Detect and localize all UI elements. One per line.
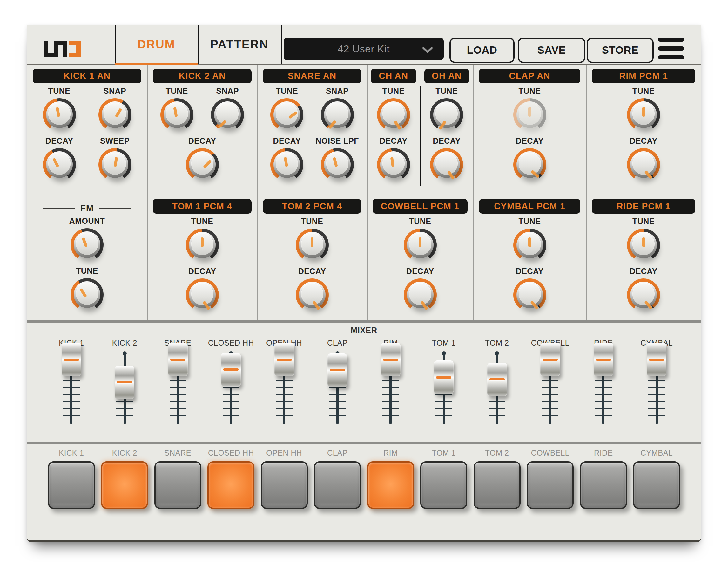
snap-knob[interactable] — [98, 98, 131, 131]
tab-pattern[interactable]: PATTERN — [198, 25, 281, 64]
tab-drum[interactable]: DRUM — [115, 25, 198, 64]
knob-face — [76, 283, 98, 305]
tune-knob[interactable] — [186, 228, 219, 261]
fader-cap-marker — [383, 359, 398, 361]
decay-knob[interactable] — [43, 148, 76, 181]
open-hh-fader-cap[interactable] — [274, 343, 294, 376]
closed-hh-fader-cap[interactable] — [221, 353, 241, 387]
mixer-channel-kick-1: KICK 1 — [45, 339, 98, 428]
load-button[interactable]: LOAD — [449, 37, 515, 63]
pad-kick-2[interactable] — [101, 461, 148, 509]
knob-pointer-icon — [333, 157, 338, 167]
pad-open-hh[interactable] — [261, 461, 308, 509]
pad-cymbal[interactable] — [633, 461, 680, 509]
clap-fader-cap[interactable] — [327, 354, 347, 387]
tom-1-fader-cap[interactable] — [434, 361, 454, 394]
fader-tick — [648, 381, 665, 382]
fader-cap-marker — [64, 359, 79, 361]
fader-tick — [382, 395, 399, 396]
knob-label: TUNE — [632, 86, 655, 96]
knob-label: SNAP — [216, 86, 239, 96]
kick-2-fader-cap[interactable] — [115, 366, 134, 399]
tune-knob[interactable] — [71, 278, 104, 311]
knob-cell-tune: TUNE — [262, 217, 362, 261]
decay-knob[interactable] — [377, 148, 410, 181]
snap-knob[interactable] — [321, 98, 354, 131]
pad-clap[interactable] — [314, 461, 361, 509]
section-header: CLAP AN — [479, 69, 580, 83]
pad-tom-2[interactable] — [474, 461, 521, 509]
tune-knob[interactable] — [627, 98, 660, 131]
tune-knob[interactable] — [43, 98, 76, 131]
knob-body — [516, 232, 543, 258]
pad-label: RIDE — [594, 449, 613, 457]
decay-knob[interactable] — [513, 148, 546, 181]
fader-cap-marker — [117, 381, 132, 383]
tune-knob[interactable] — [160, 98, 193, 131]
noise-lpf-knob[interactable] — [321, 148, 354, 181]
voice-section-fm: FMAMOUNTTUNE — [27, 195, 147, 320]
save-button[interactable]: SAVE — [518, 37, 585, 63]
tune-knob[interactable] — [513, 228, 546, 261]
tune-knob[interactable] — [430, 98, 463, 131]
tune-knob[interactable] — [627, 228, 660, 261]
pad-closed-hh[interactable] — [207, 461, 254, 509]
decay-knob[interactable] — [270, 148, 303, 181]
tune-knob[interactable] — [270, 98, 303, 131]
pad-label: CYMBAL — [640, 449, 673, 457]
cymbal-fader-cap[interactable] — [647, 343, 666, 376]
knob-label: DECAY — [45, 136, 73, 145]
snare-fader-cap[interactable] — [168, 343, 188, 376]
decay-knob[interactable] — [296, 278, 329, 312]
tune-knob[interactable] — [296, 228, 329, 261]
store-button[interactable]: STORE — [587, 37, 654, 63]
knob-pointer-icon — [115, 108, 122, 118]
knob-cell-sweep: SWEEP — [87, 136, 143, 181]
decay-knob[interactable] — [513, 278, 546, 312]
rim-fader-cap[interactable] — [381, 343, 401, 376]
knob-row: DECAY — [147, 267, 257, 312]
pad-ride[interactable] — [580, 461, 627, 509]
pad-cowbell[interactable] — [527, 461, 574, 509]
knob-cell-amount: AMOUNT — [31, 216, 143, 261]
menu-icon[interactable] — [658, 37, 684, 60]
fader-cap-marker — [436, 376, 451, 379]
knob-label: TUNE — [76, 266, 98, 275]
knob-label: TUNE — [276, 86, 298, 96]
kick-1-fader-cap[interactable] — [62, 343, 81, 376]
tune-knob[interactable] — [513, 98, 546, 131]
pad-tom-1[interactable] — [420, 461, 467, 509]
tom-1-fader — [428, 351, 460, 428]
mixer-channel-tom-2: TOM 2 — [470, 339, 524, 428]
knob-body — [380, 101, 407, 128]
fader-tick — [329, 395, 346, 396]
amount-knob[interactable] — [71, 228, 104, 261]
pad-snare[interactable] — [154, 461, 201, 509]
snap-knob[interactable] — [211, 98, 244, 131]
decay-knob[interactable] — [627, 148, 660, 181]
tom-2-fader-cap[interactable] — [487, 363, 507, 396]
fader-cap-marker — [330, 369, 345, 371]
decay-knob[interactable] — [404, 278, 437, 312]
decay-knob[interactable] — [186, 148, 219, 181]
fader-tick — [542, 409, 558, 410]
subsection-divider — [420, 85, 421, 186]
cowbell-fader-cap[interactable] — [540, 343, 560, 376]
decay-knob[interactable] — [430, 148, 463, 181]
page: DRUM PATTERN 42 User Kit LOAD SAVE STORE… — [0, 0, 728, 562]
decay-knob[interactable] — [627, 278, 660, 312]
ride-fader-cap[interactable] — [594, 343, 613, 376]
knob-body — [324, 151, 351, 178]
knob-face — [104, 152, 126, 175]
fader-tick — [489, 402, 505, 403]
pad-rim[interactable] — [367, 461, 414, 509]
knob-label: DECAY — [630, 267, 657, 276]
pad-label: TOM 1 — [432, 449, 456, 457]
sweep-knob[interactable] — [98, 148, 131, 181]
pad-kick-1[interactable] — [48, 461, 95, 509]
tune-knob[interactable] — [377, 98, 410, 131]
knob-face — [632, 283, 655, 305]
decay-knob[interactable] — [186, 278, 219, 312]
tune-knob[interactable] — [404, 228, 437, 261]
kit-selector[interactable]: 42 User Kit — [284, 37, 444, 60]
